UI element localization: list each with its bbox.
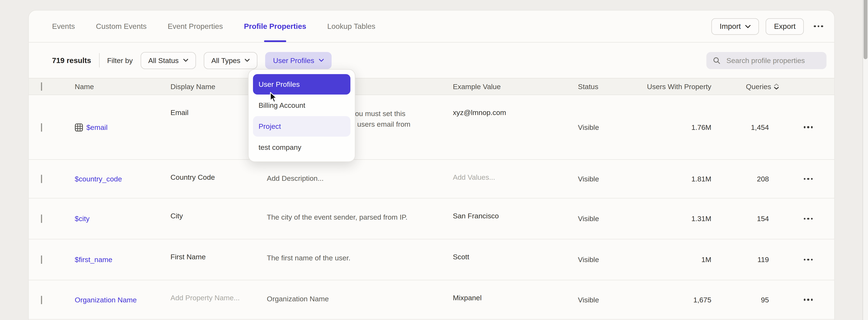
row-checkbox[interactable] — [41, 295, 42, 304]
queries-value: 95 — [715, 295, 781, 304]
queries-value: 208 — [715, 175, 781, 183]
property-name: Organization Name — [75, 295, 137, 304]
dropdown-item-billing-account[interactable]: Billing Account — [253, 95, 350, 115]
example-value-cell[interactable]: Mixpanel — [453, 280, 578, 302]
users-with-property-value: 1.81M — [643, 175, 715, 183]
page-root: Events Custom Events Event Properties Pr… — [0, 0, 868, 320]
status-filter-button[interactable]: All Status — [141, 52, 196, 69]
chevron-down-icon — [245, 59, 250, 62]
tab-lookup-tables[interactable]: Lookup Tables — [328, 11, 375, 42]
queries-value: 119 — [715, 255, 781, 264]
results-count: 719 results — [52, 56, 91, 64]
dropdown-item-project[interactable]: Project — [253, 116, 350, 136]
property-name: $email — [87, 123, 108, 131]
active-tab-underline — [264, 40, 286, 42]
row-checkbox[interactable] — [41, 123, 42, 131]
import-button-label: Import — [719, 22, 741, 30]
tab-event-properties[interactable]: Event Properties — [167, 11, 223, 42]
tab-custom-events[interactable]: Custom Events — [96, 11, 147, 42]
type-filter-label: All Types — [211, 56, 241, 64]
content-card: Events Custom Events Event Properties Pr… — [28, 10, 835, 320]
display-name-cell[interactable]: First Name — [170, 239, 267, 261]
queries-value: 154 — [715, 215, 781, 223]
profile-type-filter-label: User Profiles — [273, 56, 314, 64]
tab-profile-properties[interactable]: Profile Properties — [244, 11, 306, 42]
row-more-options-icon[interactable] — [800, 214, 816, 223]
status-value[interactable]: Visible — [578, 255, 643, 264]
users-with-property-value: 1M — [643, 255, 715, 264]
chevron-down-icon — [319, 59, 323, 62]
property-name-link[interactable]: $city — [75, 215, 170, 223]
dropdown-item-user-profiles[interactable]: User Profiles — [253, 74, 350, 95]
example-value-cell[interactable]: Scott — [453, 239, 578, 261]
filter-bar: 719 results Filter by All Status All Typ… — [29, 43, 834, 78]
status-value[interactable]: Visible — [578, 295, 643, 304]
chevron-down-icon — [183, 59, 188, 62]
display-name-cell[interactable]: City — [170, 199, 267, 220]
display-name-cell[interactable]: Add Property Name... — [170, 280, 267, 302]
row-more-options-icon[interactable] — [800, 295, 816, 304]
search-input[interactable] — [725, 56, 821, 65]
queries-value: 1,454 — [715, 123, 781, 131]
filter-by-label: Filter by — [107, 56, 132, 64]
column-header-queries-label: Queries — [746, 82, 771, 91]
export-button-label: Export — [774, 22, 796, 30]
example-value-cell[interactable]: Add Values... — [453, 160, 578, 181]
status-value[interactable]: Visible — [578, 123, 643, 131]
header-actions: Import Export — [711, 18, 826, 35]
select-all-checkbox[interactable] — [41, 82, 42, 91]
description-cell[interactable]: Add Description... — [267, 160, 429, 184]
row-more-options-icon[interactable] — [800, 123, 816, 132]
column-header-example-value[interactable]: Example Value — [453, 82, 578, 91]
table-row: $country_code Country Code Add Descripti… — [29, 160, 834, 199]
status-value[interactable]: Visible — [578, 215, 643, 223]
column-header-name[interactable]: Name — [75, 82, 170, 91]
status-value[interactable]: Visible — [578, 175, 643, 183]
users-with-property-value: 1.31M — [643, 215, 715, 223]
column-header-status[interactable]: Status — [578, 82, 643, 91]
profile-type-filter-button[interactable]: User Profiles — [265, 52, 331, 69]
row-more-options-icon[interactable] — [800, 175, 816, 183]
dropdown-item-test-company[interactable]: test company — [253, 137, 350, 157]
search-box[interactable] — [706, 52, 826, 69]
row-more-options-icon[interactable] — [800, 255, 816, 264]
property-name-link[interactable]: $email — [75, 123, 170, 131]
description-cell[interactable]: Organization Name — [267, 280, 429, 304]
tabs: Events Custom Events Event Properties Pr… — [52, 11, 375, 42]
column-header-queries[interactable]: Queries — [715, 82, 781, 91]
search-icon — [713, 56, 720, 64]
divider — [99, 53, 99, 68]
export-button[interactable]: Export — [766, 18, 804, 35]
import-button[interactable]: Import — [711, 18, 759, 35]
sort-icon — [774, 83, 779, 90]
row-checkbox[interactable] — [41, 175, 42, 183]
row-checkbox[interactable] — [41, 215, 42, 223]
status-filter-label: All Status — [148, 56, 179, 64]
profile-type-dropdown-menu: User Profiles Billing Account Project te… — [248, 69, 355, 162]
users-with-property-value: 1,675 — [643, 295, 715, 304]
display-name-cell[interactable]: Country Code — [170, 160, 267, 181]
example-value-cell[interactable]: San Francisco — [453, 199, 578, 220]
description-cell[interactable]: The first name of the user. — [267, 239, 429, 263]
property-name-link[interactable]: $country_code — [75, 175, 170, 183]
table-row: Organization Name Add Property Name... O… — [29, 280, 834, 320]
property-name-link[interactable]: $first_name — [75, 255, 170, 264]
property-name: $city — [75, 215, 90, 223]
example-value-cell[interactable]: xyz@lmnop.com — [453, 95, 578, 117]
type-filter-button[interactable]: All Types — [204, 52, 257, 69]
more-options-icon[interactable] — [811, 22, 827, 31]
scrollbar-thumb[interactable] — [864, 0, 867, 59]
tab-events[interactable]: Events — [52, 11, 75, 42]
table-header: Name Display Name Description Example Va… — [29, 78, 834, 95]
table-row: $first_name First Name The first name of… — [29, 239, 834, 280]
property-name-link[interactable]: Organization Name — [75, 295, 170, 304]
row-checkbox[interactable] — [41, 255, 42, 264]
table-grid-icon — [75, 123, 83, 131]
column-header-users-with-property[interactable]: Users With Property — [643, 82, 715, 91]
property-name: $first_name — [75, 255, 113, 264]
users-with-property-value: 1.76M — [643, 123, 715, 131]
tab-profile-properties-label: Profile Properties — [244, 22, 306, 30]
table-row: $city City The city of the event sender,… — [29, 199, 834, 240]
description-cell[interactable]: The city of the event sender, parsed fro… — [267, 199, 429, 222]
scrollbar-track[interactable] — [863, 0, 868, 320]
